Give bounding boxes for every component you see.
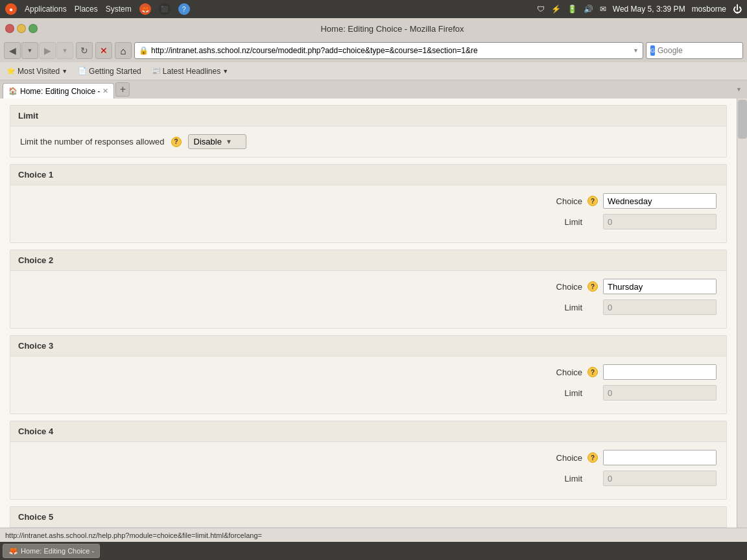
tab-list-dropdown[interactable]: ▼ [736, 86, 742, 93]
home-button[interactable]: ⌂ [115, 42, 132, 59]
url-dropdown-arrow[interactable]: ▼ [633, 47, 639, 54]
choice-2-input[interactable] [603, 279, 717, 294]
stop-button[interactable]: ✕ [95, 42, 112, 59]
browser-window: Home: Editing Choice - Mozilla Firefox ◀… [0, 18, 747, 560]
url-bar[interactable]: 🔒 ▼ [134, 42, 643, 59]
choice-3-help-icon[interactable]: ? [587, 367, 598, 377]
status-url: http://intranet.ashs.school.nz/help.php?… [5, 531, 262, 539]
firefox-icon: 🦊 [139, 3, 151, 15]
bluetooth-icon: ⚡ [551, 5, 561, 14]
back-button[interactable]: ◀ [4, 42, 21, 59]
choice-3-limit-row: Limit [20, 385, 717, 401]
places-menu[interactable]: Places [75, 5, 98, 14]
system-bar: ● Applications Places System 🦊 ⬛ ? 🛡 ⚡ 🔋… [0, 0, 747, 18]
url-input[interactable] [151, 46, 630, 55]
choice-4-header: Choice 4 [10, 421, 726, 442]
latest-headlines-dropdown[interactable]: ▼ [222, 68, 228, 75]
choice-3-input-row: Choice ? [20, 364, 717, 380]
taskbar-btn-label: Home: Editing Choice - [21, 547, 94, 555]
choice-5-header: Choice 5 [10, 507, 726, 528]
latest-headlines-bookmark[interactable]: 📰 Latest Headlines ▼ [149, 65, 231, 77]
choice-2-help-icon[interactable]: ? [587, 281, 598, 292]
main-area: Limit Limit the number of responses allo… [0, 99, 737, 542]
choice-4-choice-label: Choice [543, 453, 582, 463]
choice-4-input[interactable] [603, 450, 717, 465]
choice-1-section: Choice 1 Choice ? Limit [10, 164, 727, 243]
disable-label: Disable [194, 137, 222, 146]
choice-2-limit-row: Limit [20, 299, 717, 315]
choice-3-input[interactable] [603, 364, 717, 380]
choice-2-input-row: Choice ? [20, 279, 717, 294]
datetime-display: Wed May 5, 3:39 PM [613, 5, 685, 14]
getting-started-bookmark[interactable]: 📄 Getting Started [75, 65, 144, 77]
back-dropdown[interactable]: ▼ [21, 42, 38, 59]
choice-4-limit-input[interactable] [603, 471, 717, 486]
choice-1-header: Choice 1 [10, 165, 726, 185]
username-display: mosborne [692, 5, 726, 14]
new-tab-button[interactable]: + [115, 82, 130, 97]
tabs-bar: 🏠 Home: Editing Choice - ✕ + ▼ [0, 80, 747, 99]
choice-1-limit-input[interactable] [603, 214, 717, 229]
search-engine-icon[interactable]: G [650, 45, 655, 56]
power-button[interactable]: ⏻ [733, 4, 742, 14]
choice-2-limit-input[interactable] [603, 299, 717, 315]
taskbar-firefox-icon: 🦊 [8, 546, 18, 555]
window-title: Home: Editing Choice - Mozilla Firefox [43, 24, 742, 34]
applications-menu[interactable]: Applications [25, 5, 67, 14]
close-button[interactable] [5, 24, 14, 33]
choice-1-limit-label: Limit [543, 217, 582, 227]
limit-description: Limit the number of responses allowed [20, 137, 165, 146]
limit-row: Limit the number of responses allowed ? … [20, 134, 717, 149]
choice-3-limit-input[interactable] [603, 385, 717, 401]
star-icon: ⭐ [6, 67, 16, 75]
choice-4-section: Choice 4 Choice ? Limit [10, 421, 727, 500]
forward-dropdown[interactable]: ▼ [56, 42, 73, 59]
choice-3-limit-spacer [587, 388, 598, 398]
battery-icon: 🔋 [567, 5, 577, 14]
minimize-button[interactable] [17, 24, 26, 33]
getting-started-label: Getting Started [89, 67, 141, 76]
status-bar: http://intranet.ashs.school.nz/help.php?… [0, 528, 747, 542]
refresh-button[interactable]: ↻ [76, 42, 93, 59]
volume-icon: 🔊 [584, 5, 593, 14]
most-visited-bookmark[interactable]: ⭐ Most Visited ▼ [4, 65, 70, 77]
system-menu[interactable]: System [106, 5, 132, 14]
choice-3-section: Choice 3 Choice ? Limit [10, 335, 727, 414]
choice-4-help-icon[interactable]: ? [587, 452, 598, 463]
choice-3-choice-label: Choice [543, 368, 582, 377]
active-tab[interactable]: 🏠 Home: Editing Choice - ✕ [3, 83, 114, 99]
choice-1-limit-spacer [587, 216, 598, 227]
choice-1-input-row: Choice ? [20, 193, 717, 209]
latest-headlines-label: Latest Headlines [163, 67, 220, 76]
back-forward-group: ◀ ▼ ▶ ▼ [4, 42, 73, 59]
bookmarks-bar: ⭐ Most Visited ▼ 📄 Getting Started 📰 Lat… [0, 62, 747, 80]
terminal-icon: ⬛ [159, 3, 171, 15]
ubuntu-logo[interactable]: ● [5, 3, 17, 15]
forward-button[interactable]: ▶ [39, 42, 56, 59]
mail-icon: ✉ [600, 5, 606, 14]
window-controls [5, 24, 38, 33]
search-input[interactable] [658, 46, 747, 55]
disable-dropdown[interactable]: Disable ▼ [188, 134, 246, 149]
help-icon: ? [178, 3, 190, 15]
tab-favicon: 🏠 [8, 87, 18, 95]
title-bar: Home: Editing Choice - Mozilla Firefox [0, 18, 747, 39]
choice-2-choice-label: Choice [543, 282, 582, 292]
tab-close-icon[interactable]: ✕ [102, 87, 108, 95]
scrollbar[interactable] [737, 99, 747, 542]
choice-3-header: Choice 3 [10, 336, 726, 356]
limit-header: Limit [10, 106, 726, 126]
scrollbar-thumb[interactable] [738, 100, 747, 139]
most-visited-dropdown[interactable]: ▼ [62, 68, 67, 75]
choice-1-help-icon[interactable]: ? [587, 196, 598, 206]
taskbar-firefox-btn[interactable]: 🦊 Home: Editing Choice - [3, 544, 100, 558]
limit-help-icon[interactable]: ? [171, 137, 182, 147]
network-icon: 🛡 [537, 5, 545, 14]
choice-3-limit-label: Limit [543, 388, 582, 398]
maximize-button[interactable] [29, 24, 38, 33]
choice-4-limit-label: Limit [543, 474, 582, 484]
most-visited-label: Most Visited [18, 67, 60, 76]
search-bar[interactable]: G 🔍 [646, 42, 743, 59]
choice-1-input[interactable] [603, 193, 717, 209]
choice-4-limit-row: Limit [20, 471, 717, 486]
